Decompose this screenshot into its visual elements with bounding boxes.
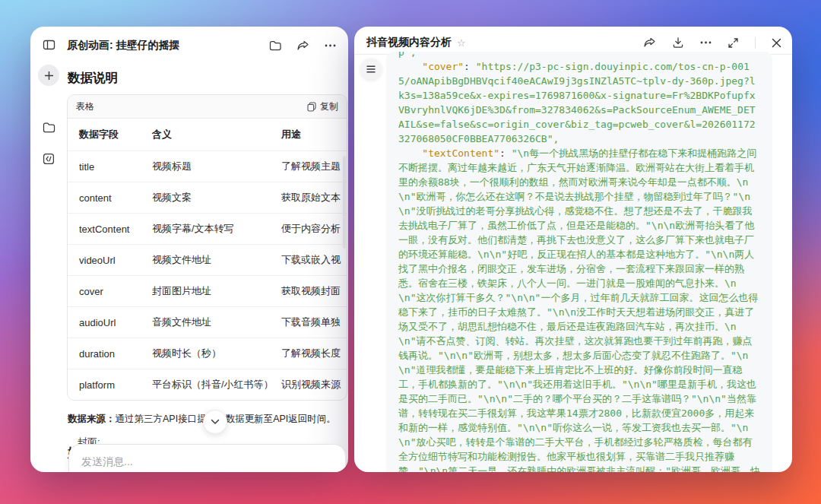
cell-meaning: 视频时长（秒） [152,338,281,369]
cell-usage: 获取原始文本 [281,182,347,214]
analysis-panel: 抖音视频内容分析 ☆ p", "cover": "https://p3-p [354,27,792,472]
data-source-label: 数据来源： [68,414,116,424]
section-title: 数据说明 [68,70,348,87]
share-icon[interactable] [296,40,309,51]
table-row: duration 视频时长（秒） 了解视频长度 [68,338,347,369]
cell-usage: 下载或嵌入视 [281,245,347,276]
cell-usage: 识别视频来源 [281,369,347,401]
copy-icon [307,102,316,112]
message-composer[interactable] [68,444,346,472]
table-row: audioUrl 音频文件地址 下载音频单独 [68,307,347,338]
table-row: platform 平台标识（抖音/小红书等） 识别视频来源 [68,369,347,401]
cell-usage: 下载音频单独 [281,307,347,338]
json-key-cover: "cover" [398,61,464,72]
json-clipped-fragment: p", [398,52,416,58]
expand-icon[interactable] [727,37,739,49]
cell-meaning: 视频文件地址 [152,245,281,276]
cell-field: duration [68,338,152,369]
table-row: videoUrl 视频文件地址 下载或嵌入视 [68,245,347,276]
mini-sidebar [30,27,67,472]
collection-folder-icon[interactable] [269,40,281,51]
copy-label: 复制 [320,100,338,113]
json-key-textcontent: "textContent" [398,147,499,159]
cell-field: audioUrl [68,307,152,338]
cell-field: platform [68,369,152,401]
cell-meaning: 封面图片地址 [152,276,281,307]
json-code-panel[interactable]: p", "cover": "https://p3-pc-sign.douyinp… [386,52,772,472]
table-row: cover 封面图片地址 获取视频封面 [68,276,347,307]
message-input[interactable] [80,455,338,468]
share-icon[interactable] [643,37,656,48]
cell-meaning: 音频文件地址 [152,307,281,338]
json-value-textcontent: "\n每一个挑战黑场的挂壁仔都在稳下来和提桶跑路之间不断摇摆。离过年越来越近，广… [398,147,760,472]
json-separator: : [499,147,512,159]
star-icon[interactable]: ☆ [457,37,466,49]
close-icon[interactable] [772,38,781,48]
chevron-down-icon [211,419,220,425]
cell-field: videoUrl [68,245,152,276]
analysis-header: 抖音视频内容分析 ☆ [354,27,792,55]
table-row: content 视频文案 获取原始文本 [68,182,347,214]
cell-usage: 了解视频主题 [281,151,347,182]
table-header-row: 数据字段 含义 用途 [68,119,347,151]
sidebar-toggle-icon[interactable] [38,34,59,55]
cell-field: textContent [68,214,152,245]
cell-field: title [68,151,152,182]
data-dictionary-table: 数据字段 含义 用途 title 视频标题 了解视频主题 content 视频文… [68,119,347,400]
new-chat-button[interactable] [38,65,59,86]
json-content: p", "cover": "https://p3-pc-sign.douyinp… [398,52,760,472]
menu-icon [366,65,376,73]
analysis-title: 抖音视频内容分析 [366,36,452,49]
cell-meaning: 视频字幕/文本转写 [152,214,281,245]
cell-usage: 获取视频封面 [281,276,347,307]
code-file-icon[interactable] [38,148,59,170]
cell-field: cover [68,276,152,307]
scrollbar-thumb[interactable] [343,156,346,249]
table-toolbar-label: 表格 [76,100,94,113]
chat-window: 原创动画: 挂壁仔的摇摆 数据说明 表格 复制 [30,27,348,472]
cell-usage: 便于内容分析 [281,214,347,245]
column-header: 数据字段 [68,119,152,151]
header-divider [755,37,756,49]
download-icon[interactable] [672,36,684,49]
cell-field: content [68,182,152,214]
chat-main-column: 原创动画: 挂壁仔的摇摆 数据说明 表格 复制 [67,27,348,472]
cell-meaning: 平台标识（抖音/小红书等） [152,369,281,401]
column-header: 含义 [152,119,281,151]
copy-button[interactable]: 复制 [307,100,338,113]
cell-meaning: 视频文案 [152,182,281,214]
more-icon[interactable] [700,41,712,44]
analysis-header-icons [643,36,781,49]
data-table-card: 表格 复制 数据字段 含义 用途 title 视频标题 [67,94,347,401]
table-toolbar: 表格 复制 [68,95,347,119]
menu-button[interactable] [360,59,382,80]
table-row: textContent 视频字幕/文本转写 便于内容分析 [68,214,347,245]
json-separator: : [464,61,476,72]
table-row: title 视频标题 了解视频主题 [68,151,347,182]
cell-meaning: 视频标题 [152,151,281,182]
scroll-to-bottom-button[interactable] [203,410,227,434]
column-header: 用途 [281,119,347,151]
document-header: 原创动画: 挂壁仔的摇摆 [67,27,348,59]
cell-usage: 了解视频长度 [281,338,347,369]
folder-icon[interactable] [38,116,59,138]
more-icon[interactable] [325,44,336,47]
document-title: 原创动画: 挂壁仔的摇摆 [67,39,254,52]
json-value-cover-url: "https://p3-pc-sign.douyinpic.com/tos-cn… [398,61,756,144]
